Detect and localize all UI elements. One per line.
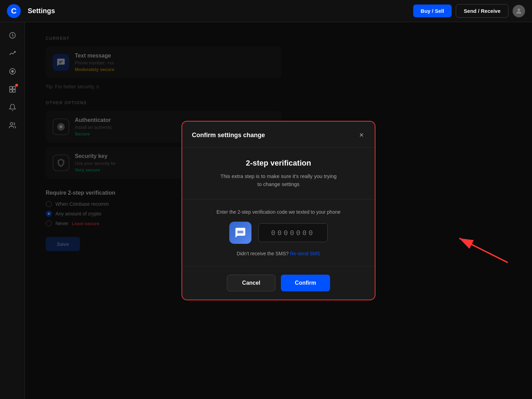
main-content: CURRENT Text message Phone number: +xx M… — [25, 22, 532, 399]
resend-text: Didn't receive the SMS? — [237, 251, 289, 256]
sidebar-item-dashboard[interactable] — [5, 82, 20, 97]
svg-point-3 — [11, 70, 14, 72]
sidebar-item-bell[interactable] — [5, 100, 20, 115]
send-receive-button[interactable]: Send / Receive — [456, 4, 508, 18]
sidebar — [0, 22, 25, 399]
modal-header: Confirm settings change × — [182, 122, 375, 148]
sms-icon — [229, 222, 251, 244]
header: C Settings Buy / Sell Send / Receive — [0, 0, 532, 22]
modal-code-desc: Enter the 2-step verification code we te… — [192, 209, 365, 215]
modal-code-section: Enter the 2-step verification code we te… — [182, 200, 375, 266]
svg-point-8 — [10, 123, 12, 125]
modal-footer: Cancel Confirm — [182, 266, 375, 300]
modal-step-title: 2-step verification — [192, 159, 365, 168]
resend-link[interactable]: Re-send SMS — [290, 251, 320, 256]
svg-line-12 — [459, 238, 508, 263]
modal-close-button[interactable]: × — [358, 130, 365, 140]
sidebar-item-chart[interactable] — [5, 46, 20, 61]
svg-rect-7 — [12, 90, 15, 92]
modal-code-row — [192, 222, 365, 244]
verification-code-input[interactable] — [258, 223, 328, 242]
resend-row: Didn't receive the SMS? Re-send SMS — [192, 251, 365, 256]
modal-title: Confirm settings change — [192, 132, 265, 139]
svg-rect-5 — [12, 87, 15, 89]
buy-sell-button[interactable]: Buy / Sell — [413, 5, 452, 17]
cancel-button[interactable]: Cancel — [227, 275, 275, 291]
svg-point-0 — [517, 8, 520, 11]
confirm-button[interactable]: Confirm — [281, 275, 330, 291]
sidebar-item-user[interactable] — [5, 118, 20, 133]
confirm-modal: Confirm settings change × 2-step verific… — [181, 121, 375, 300]
avatar[interactable] — [513, 5, 525, 17]
red-arrow-indicator — [449, 231, 511, 267]
coinbase-logo: C — [7, 4, 21, 18]
header-actions: Buy / Sell Send / Receive — [413, 4, 525, 18]
app-layout: CURRENT Text message Phone number: +xx M… — [0, 22, 532, 399]
sidebar-item-clock[interactable] — [5, 28, 20, 43]
svg-rect-4 — [9, 87, 12, 89]
modal-body: 2-step verification This extra step is t… — [182, 148, 375, 200]
modal-overlay: Confirm settings change × 2-step verific… — [25, 22, 532, 399]
modal-step-desc: This extra step is to make sure it's rea… — [192, 172, 365, 188]
svg-rect-6 — [9, 90, 12, 92]
sidebar-item-gauge[interactable] — [5, 64, 20, 79]
page-title: Settings — [28, 7, 413, 15]
